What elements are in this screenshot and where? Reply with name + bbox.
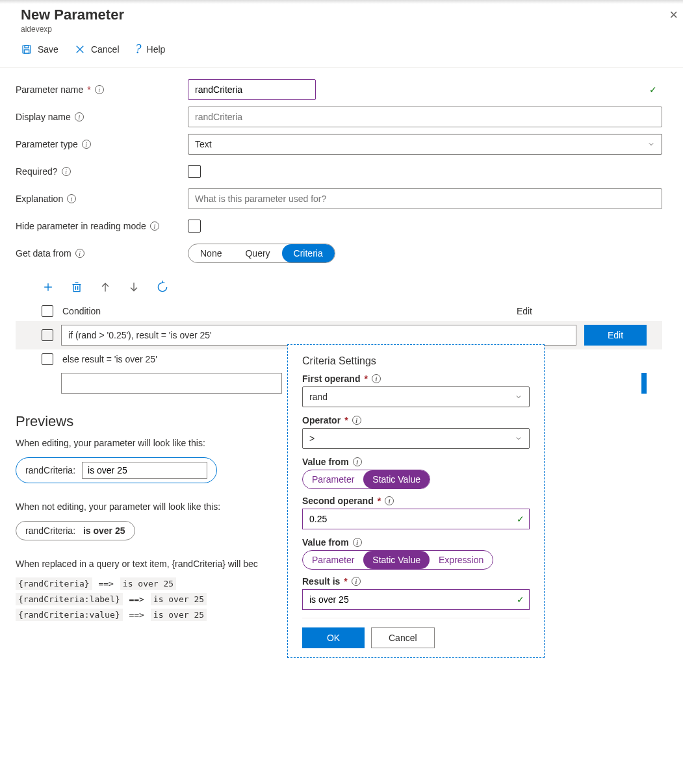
info-icon[interactable]: i [385, 496, 394, 505]
svg-rect-7 [73, 285, 80, 292]
result-is-input[interactable] [302, 589, 530, 610]
edit-header: Edit [517, 306, 532, 316]
info-icon[interactable]: i [75, 112, 84, 121]
popup-title: Criteria Settings [302, 355, 530, 367]
info-icon[interactable]: i [352, 416, 361, 425]
chevron-down-icon [647, 140, 655, 148]
cancel-button[interactable]: Cancel [74, 44, 120, 55]
get-data-toggle: None Query Criteria [188, 244, 335, 263]
first-operand-select[interactable]: rand [302, 386, 530, 407]
info-icon[interactable]: i [372, 374, 381, 383]
param-type-select[interactable]: Text [188, 134, 662, 155]
save-button[interactable]: Save [21, 44, 58, 55]
trash-icon[interactable] [70, 281, 83, 294]
help-button[interactable]: ? Help [135, 42, 166, 57]
seg-static[interactable]: Static Value [363, 470, 430, 488]
seg-static[interactable]: Static Value [363, 551, 430, 569]
display-name-input[interactable] [188, 107, 662, 127]
info-icon[interactable]: i [82, 140, 91, 149]
code-value: is over 25 [151, 609, 207, 621]
code-token: {randCriteria:label} [16, 593, 123, 605]
operator-select[interactable]: > [302, 428, 530, 449]
condition-input[interactable] [61, 325, 576, 346]
info-icon[interactable]: i [67, 194, 76, 203]
condition-input-empty[interactable] [61, 373, 282, 394]
row-checkbox[interactable] [42, 329, 53, 341]
plus-icon[interactable] [42, 281, 55, 294]
preview-editing-input[interactable] [82, 462, 207, 479]
check-icon: ✓ [517, 594, 524, 605]
code-token: {randCriteria} [16, 577, 92, 590]
get-data-criteria[interactable]: Criteria [282, 244, 335, 262]
hide-label: Hide parameter in reading mode [16, 221, 146, 231]
preview-readonly: randCriteria: is over 25 [16, 521, 135, 540]
chevron-down-icon [515, 435, 522, 442]
info-icon[interactable]: i [353, 457, 362, 466]
row-checkbox[interactable] [42, 353, 53, 365]
refresh-icon[interactable] [156, 281, 169, 294]
seg-parameter[interactable]: Parameter [303, 470, 363, 488]
preview-editing: randCriteria: [16, 457, 217, 483]
info-icon[interactable]: i [353, 538, 362, 547]
hide-checkbox[interactable] [188, 220, 201, 233]
second-operand-input[interactable] [302, 509, 530, 529]
page-subtitle: aidevexp [21, 25, 662, 34]
question-icon: ? [135, 42, 142, 57]
cancel-button[interactable]: Cancel [371, 627, 435, 630]
criteria-settings-popup: Criteria Settings First operand * i rand… [287, 344, 545, 630]
select-all-checkbox[interactable] [42, 305, 53, 317]
save-icon [21, 44, 32, 55]
param-name-label: Parameter name [16, 84, 83, 95]
code-token: {randCriteria:value} [16, 609, 123, 621]
close-icon[interactable]: × [669, 6, 678, 23]
get-data-query[interactable]: Query [233, 244, 281, 262]
required-label: Required? [16, 166, 58, 177]
arrow-up-icon[interactable] [99, 281, 112, 294]
param-name-input[interactable] [188, 79, 316, 100]
chevron-down-icon [515, 393, 522, 401]
explanation-label: Explanation [16, 194, 63, 204]
info-icon[interactable]: i [62, 167, 71, 176]
edit-button[interactable]: Edit [584, 325, 647, 346]
code-value: is over 25 [151, 593, 207, 605]
svg-rect-2 [24, 49, 29, 53]
info-icon[interactable]: i [352, 577, 361, 586]
check-icon: ✓ [517, 514, 524, 524]
required-checkbox[interactable] [188, 165, 201, 178]
arrow-down-icon[interactable] [127, 281, 140, 294]
ok-button[interactable]: OK [302, 627, 365, 630]
check-icon: ✓ [649, 84, 657, 95]
display-name-label: Display name [16, 112, 71, 122]
info-icon[interactable]: i [150, 221, 159, 231]
value-from-toggle-1: Parameter Static Value [302, 470, 430, 489]
code-value: is over 25 [120, 577, 176, 590]
seg-expression[interactable]: Expression [430, 551, 493, 569]
x-icon [74, 44, 86, 55]
explanation-input[interactable] [188, 188, 662, 209]
value-from-toggle-2: Parameter Static Value Expression [302, 550, 493, 570]
svg-rect-1 [25, 45, 29, 48]
info-icon[interactable]: i [95, 85, 104, 94]
param-type-label: Parameter type [16, 139, 78, 149]
page-title: New Parameter [21, 6, 662, 23]
get-data-label: Get data from [16, 248, 71, 259]
seg-parameter[interactable]: Parameter [303, 551, 363, 569]
condition-header: Condition [62, 306, 101, 316]
get-data-none[interactable]: None [188, 244, 233, 262]
info-icon[interactable]: i [75, 249, 84, 258]
